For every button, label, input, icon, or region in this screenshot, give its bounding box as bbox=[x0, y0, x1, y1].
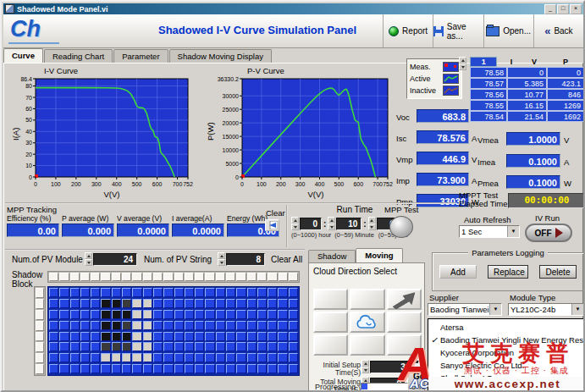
shadow-cell[interactable] bbox=[185, 353, 194, 362]
shadow-cell[interactable] bbox=[49, 353, 58, 362]
shadow-cell[interactable] bbox=[205, 288, 214, 297]
shadow-cell[interactable] bbox=[278, 353, 287, 362]
shadow-cell[interactable] bbox=[278, 364, 287, 373]
shadow-cell[interactable] bbox=[163, 310, 173, 319]
shadow-cell[interactable] bbox=[216, 364, 225, 373]
shadow-cell[interactable] bbox=[101, 353, 110, 362]
shadow-cell[interactable] bbox=[70, 342, 80, 351]
replace-button[interactable]: Replace bbox=[488, 265, 528, 279]
shadow-cell[interactable] bbox=[205, 342, 214, 351]
shadow-cell[interactable] bbox=[91, 332, 100, 341]
mpp-test-button[interactable] bbox=[389, 216, 413, 238]
shadow-cell[interactable] bbox=[289, 364, 298, 373]
shadow-cell[interactable] bbox=[236, 299, 246, 308]
shadow-cell[interactable] bbox=[278, 321, 287, 330]
spinner[interactable] bbox=[291, 217, 299, 230]
table-row[interactable]: 78.5610.77846 bbox=[470, 89, 584, 100]
shadow-cell[interactable] bbox=[132, 353, 141, 362]
shadow-cell[interactable] bbox=[257, 288, 267, 297]
shadow-cell[interactable] bbox=[278, 342, 287, 351]
shadow-cell[interactable] bbox=[153, 299, 163, 308]
shadow-cell[interactable] bbox=[91, 353, 100, 362]
shadow-cell[interactable] bbox=[49, 299, 58, 308]
shadow-cell[interactable] bbox=[268, 332, 277, 341]
shadow-cell[interactable] bbox=[247, 332, 257, 341]
shadow-cell[interactable] bbox=[236, 288, 246, 297]
shadow-cell[interactable] bbox=[278, 299, 287, 308]
cloud-icon-cell[interactable] bbox=[350, 312, 384, 333]
column-selector[interactable] bbox=[153, 273, 163, 281]
shadow-cell[interactable] bbox=[143, 332, 152, 341]
shadow-cell[interactable] bbox=[132, 310, 141, 319]
close-button[interactable]: × bbox=[570, 4, 582, 14]
shadow-cell[interactable] bbox=[216, 288, 225, 297]
shadow-cell[interactable] bbox=[216, 310, 225, 319]
shadow-cell[interactable] bbox=[80, 332, 90, 341]
shadow-cell[interactable] bbox=[59, 321, 69, 330]
shadow-cell[interactable] bbox=[185, 310, 194, 319]
shadow-cell[interactable] bbox=[226, 310, 235, 319]
shadow-cell[interactable] bbox=[91, 310, 100, 319]
shadow-cell[interactable] bbox=[268, 364, 277, 373]
shadow-cell[interactable] bbox=[70, 321, 80, 330]
shadow-cell[interactable] bbox=[174, 342, 184, 351]
supplier-list-item[interactable]: Shell Solar AG bbox=[428, 372, 584, 384]
shadow-cell[interactable] bbox=[153, 288, 163, 297]
shadow-cell[interactable] bbox=[226, 332, 235, 341]
shadow-cell[interactable] bbox=[122, 321, 131, 330]
supplier-list-item[interactable]: ✓Baoding Tianwei Yingli New Energy Resou… bbox=[428, 334, 584, 346]
shadow-cell[interactable] bbox=[216, 321, 225, 330]
shadow-cell[interactable] bbox=[163, 332, 173, 341]
shadow-cell[interactable] bbox=[226, 342, 235, 351]
shadow-cell[interactable] bbox=[216, 332, 225, 341]
row-selector[interactable] bbox=[36, 342, 44, 352]
shadow-cell[interactable] bbox=[268, 321, 277, 330]
pv-plot-area[interactable]: 05000100001500020000250003000036330.2010… bbox=[207, 75, 400, 189]
shadow-cell[interactable] bbox=[268, 288, 277, 297]
mpp-clear-button[interactable] bbox=[265, 219, 279, 231]
shadow-cell[interactable] bbox=[101, 342, 110, 351]
supplier-combo[interactable]: Baoding Tianwei ▼ bbox=[428, 303, 502, 316]
shadow-cell[interactable] bbox=[236, 364, 246, 373]
shadow-cell[interactable] bbox=[247, 342, 257, 351]
shadow-cell[interactable] bbox=[101, 321, 110, 330]
shadow-cell[interactable] bbox=[112, 342, 121, 351]
shadow-cell[interactable] bbox=[91, 321, 100, 330]
shadow-cell[interactable] bbox=[112, 299, 121, 308]
column-selector[interactable] bbox=[226, 273, 235, 281]
shadow-cell[interactable] bbox=[132, 342, 141, 351]
shadow-cell[interactable] bbox=[257, 353, 267, 362]
iv-run-toggle[interactable]: OFF bbox=[525, 224, 572, 242]
tab-moving[interactable]: Moving bbox=[356, 248, 402, 262]
shadow-cell[interactable] bbox=[59, 288, 69, 297]
cloud-direction-cell[interactable] bbox=[350, 334, 384, 356]
shadow-cell[interactable] bbox=[143, 364, 152, 373]
shadow-cell[interactable] bbox=[59, 299, 69, 308]
shadow-cell[interactable] bbox=[185, 299, 194, 308]
shadow-cell[interactable] bbox=[185, 288, 194, 297]
shadow-cell[interactable] bbox=[112, 310, 121, 319]
combo-arrow-icon[interactable]: ▼ bbox=[507, 226, 519, 237]
shadow-cell[interactable] bbox=[257, 332, 267, 341]
shadow-cell[interactable] bbox=[195, 321, 204, 330]
run-time-field[interactable]: 0 bbox=[291, 217, 322, 230]
shadow-cell[interactable] bbox=[236, 353, 246, 362]
row-selector[interactable] bbox=[36, 321, 44, 331]
column-selector[interactable] bbox=[174, 273, 184, 281]
tab-curve[interactable]: Curve bbox=[3, 48, 43, 63]
shadow-cell[interactable] bbox=[257, 310, 267, 319]
shadow-cell[interactable] bbox=[122, 310, 131, 319]
supplier-list-item[interactable]: Sanyo Electric Co., Ltd. bbox=[428, 359, 584, 372]
shadow-cell[interactable] bbox=[289, 288, 298, 297]
num-pv-module-value[interactable]: 24 bbox=[93, 253, 137, 266]
shadow-cell[interactable] bbox=[195, 364, 204, 373]
column-selector[interactable] bbox=[247, 273, 257, 281]
shadow-cell[interactable] bbox=[247, 353, 257, 362]
shadow-cell[interactable] bbox=[257, 342, 267, 351]
column-selector[interactable] bbox=[257, 273, 267, 281]
row-selector[interactable] bbox=[36, 288, 44, 298]
column-selector[interactable] bbox=[91, 273, 100, 281]
shadow-cell[interactable] bbox=[80, 321, 90, 330]
combo-arrow-icon[interactable]: ▼ bbox=[571, 304, 583, 315]
num-pv-string-value[interactable]: 8 bbox=[226, 253, 265, 266]
